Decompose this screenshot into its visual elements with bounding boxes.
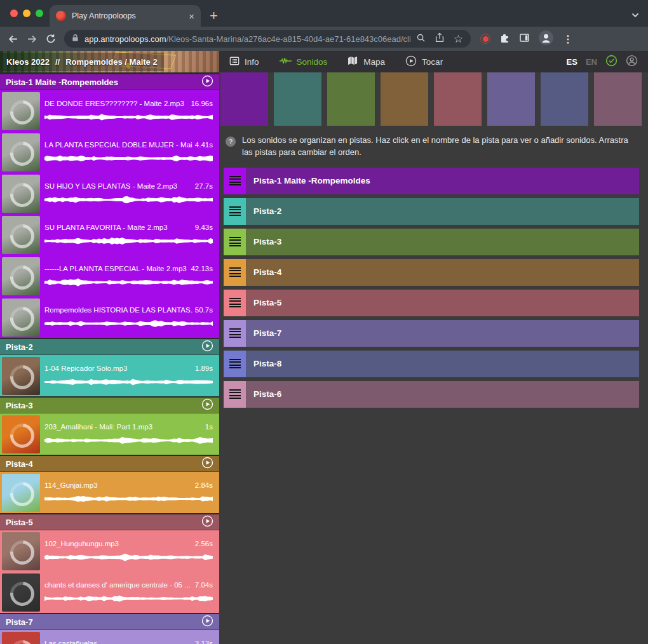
nav-label: Tocar xyxy=(422,57,443,67)
sidebar-track: Pista-5 102_Hunguhungu.mp32.56s chants e… xyxy=(0,514,219,613)
play-track-icon[interactable] xyxy=(201,515,213,529)
track-row[interactable]: Pista-8 xyxy=(224,351,639,377)
clip-thumbnail xyxy=(2,175,40,213)
browser-menu-kebab-icon[interactable]: ⋮ xyxy=(563,33,573,45)
clip[interactable]: LA PLANTA ESPECIAL DOBLE MUJER - Mai...4… xyxy=(0,131,219,173)
clip[interactable]: 102_Hunguhungu.mp32.56s xyxy=(0,530,219,572)
track-title: Pista-3 xyxy=(6,401,33,410)
site-favicon-icon xyxy=(56,11,66,21)
clip[interactable]: 114_Gunjai.mp32.84s xyxy=(0,472,219,513)
clip[interactable]: 1-04 Repicador Solo.mp31.89s xyxy=(0,355,219,396)
browser-tab[interactable]: Play Antropoloops × xyxy=(50,5,201,27)
drag-handle[interactable] xyxy=(224,229,246,255)
play-track-icon[interactable] xyxy=(201,75,213,89)
clip-name: 203_Amalihani - Mali: Part 1.mp3 xyxy=(44,423,203,431)
clip[interactable]: Rompemoldes HISTORIA DE LAS PLANTAS...50… xyxy=(0,297,219,338)
account-icon[interactable] xyxy=(626,55,638,69)
track-row[interactable]: Pista-4 xyxy=(224,259,639,286)
track-row[interactable]: Pista-5 xyxy=(224,290,639,316)
drag-handle[interactable] xyxy=(224,320,246,347)
play-track-icon[interactable] xyxy=(201,615,213,629)
track-color-swatches xyxy=(219,72,648,126)
saved-check-icon[interactable] xyxy=(605,55,618,69)
clip[interactable]: Las castañuelas3.13s xyxy=(0,630,219,644)
drag-handle[interactable] xyxy=(224,290,246,316)
tab-search-chevron-icon[interactable] xyxy=(631,9,639,20)
track-row[interactable]: Pista-2 xyxy=(224,198,639,225)
lang-es-button[interactable]: ES xyxy=(567,57,577,67)
track-color-swatch xyxy=(487,72,535,126)
forward-button[interactable] xyxy=(27,34,37,44)
drag-handle[interactable] xyxy=(224,381,246,408)
clip[interactable]: 203_Amalihani - Mali: Part 1.mp31s xyxy=(0,413,219,455)
clip[interactable]: SU HIJO Y LAS PLANTAS - Maite 2.mp327.7s xyxy=(0,173,219,214)
clip-name: 114_Gunjai.mp3 xyxy=(44,481,193,489)
clip-thumbnail xyxy=(2,133,40,171)
clip[interactable]: DE DONDE ERES???????? - Maite 2.mp316.96… xyxy=(0,90,219,131)
drag-handle[interactable] xyxy=(224,198,246,225)
zoom-page-icon[interactable] xyxy=(416,33,426,45)
nav-label: Info xyxy=(245,57,259,67)
track-header[interactable]: Pista-2 xyxy=(0,339,219,355)
url-domain: app.antropoloops.com xyxy=(84,34,166,44)
clip-duration: 1.89s xyxy=(195,365,213,372)
record-indicator-icon[interactable] xyxy=(480,34,490,44)
nav-item-sonidos[interactable]: Sonidos xyxy=(280,57,328,67)
track-header[interactable]: Pista-3 xyxy=(0,398,219,413)
close-window-button[interactable] xyxy=(10,10,18,17)
minimize-window-button[interactable] xyxy=(23,10,30,17)
drag-handle[interactable] xyxy=(224,168,246,194)
reload-button[interactable] xyxy=(46,34,56,44)
waveform xyxy=(44,552,213,563)
clip[interactable]: chants et danses d' amerique centrale - … xyxy=(0,572,219,613)
side-panel-icon[interactable] xyxy=(520,33,529,44)
header-map-photo: Kleos 2022 // Rompemoldes / Maite 2 xyxy=(0,51,219,72)
lock-icon[interactable] xyxy=(72,33,79,44)
clip-thumbnail xyxy=(2,92,40,130)
tab-close-icon[interactable]: × xyxy=(189,11,194,21)
track-row[interactable]: Pista-7 xyxy=(224,320,639,347)
track-header[interactable]: Pista-1 Maite -Rompemoldes xyxy=(0,74,219,90)
track-row[interactable]: Pista-3 xyxy=(224,229,639,255)
track-header[interactable]: Pista-5 xyxy=(0,514,219,530)
clip[interactable]: ------LA PLANNTA ESPECIAL - Maite 2.mp34… xyxy=(0,255,219,297)
track-header[interactable]: Pista-4 xyxy=(0,456,219,472)
nav-item-tocar[interactable]: Tocar xyxy=(405,55,443,69)
track-title: Pista-4 xyxy=(6,459,33,469)
clip-duration: 2.56s xyxy=(195,540,213,547)
breadcrumb-section[interactable]: Rompemoldes / Maite 2 xyxy=(65,57,157,67)
address-bar[interactable]: app.antropoloops.com/Kleos-Santa-Marina/… xyxy=(64,30,471,48)
clip-duration: 42.13s xyxy=(191,265,213,272)
track-title: Pista-2 xyxy=(6,342,33,352)
profile-avatar[interactable] xyxy=(539,30,553,48)
nav-item-info[interactable]: Info xyxy=(229,56,259,68)
play-track-icon[interactable] xyxy=(201,457,213,471)
breadcrumb-project[interactable]: Kleos 2022 xyxy=(6,57,50,67)
track-row-label: Pista-6 xyxy=(253,389,281,399)
drag-handle[interactable] xyxy=(224,259,246,286)
help-icon[interactable]: ? xyxy=(226,137,236,147)
track-header[interactable]: Pista-7 xyxy=(0,614,219,630)
nav-item-mapa[interactable]: Mapa xyxy=(348,56,385,67)
play-track-icon[interactable] xyxy=(201,398,213,412)
track-row[interactable]: Pista-1 Maite -Rompemoldes xyxy=(224,168,639,194)
share-icon[interactable] xyxy=(435,32,444,45)
drag-handle[interactable] xyxy=(224,351,246,377)
drag-handle-icon xyxy=(229,176,241,185)
track-row[interactable]: Pista-6 xyxy=(224,381,639,408)
play-track-icon[interactable] xyxy=(201,340,213,354)
zoom-window-button[interactable] xyxy=(36,10,43,17)
extensions-puzzle-icon[interactable] xyxy=(500,32,510,45)
clip[interactable]: SU PLANTA FAVORITA - Maite 2.mp39.43s xyxy=(0,214,219,255)
lang-en-button[interactable]: EN xyxy=(586,57,597,67)
new-tab-button[interactable]: + xyxy=(210,9,218,27)
browser-tab-strip: Play Antropoloops × + xyxy=(0,0,648,27)
back-button[interactable] xyxy=(8,34,18,44)
sidebar-track: Pista-2 1-04 Repicador Solo.mp31.89s xyxy=(0,339,219,396)
bookmark-star-icon[interactable]: ☆ xyxy=(454,34,463,44)
breadcrumb: Kleos 2022 // Rompemoldes / Maite 2 xyxy=(0,53,164,71)
browser-toolbar: app.antropoloops.com/Kleos-Santa-Marina/… xyxy=(0,27,648,51)
waveform-icon xyxy=(280,57,292,67)
track-title: Pista-5 xyxy=(6,518,33,527)
clip-name: 1-04 Repicador Solo.mp3 xyxy=(44,365,193,372)
